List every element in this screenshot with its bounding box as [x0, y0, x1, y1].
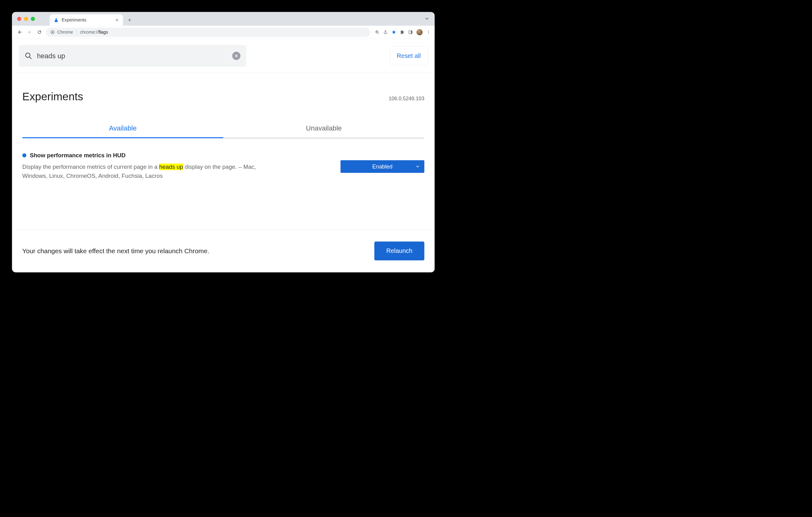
address-url: chrome://flags [80, 30, 108, 35]
reset-all-button[interactable]: Reset all [390, 47, 428, 65]
flag-description: Display the performance metrics of curre… [22, 162, 271, 180]
close-tab-icon[interactable] [115, 18, 119, 22]
back-button[interactable] [16, 29, 23, 35]
window-controls [17, 17, 35, 21]
relaunch-button[interactable]: Relaunch [374, 242, 424, 261]
content-area: Reset all Experiments 106.0.5249.103 Ava… [12, 39, 435, 272]
bookmark-star-icon[interactable] [392, 30, 396, 35]
flag-desc-highlight: heads up [159, 164, 183, 170]
zoom-icon[interactable] [375, 30, 380, 34]
address-divider [77, 30, 77, 35]
window-close-button[interactable] [17, 17, 21, 21]
extensions-icon[interactable] [400, 30, 404, 34]
browser-window: Experiments [12, 12, 435, 272]
relaunch-label: Relaunch [386, 247, 412, 254]
flags-tabs: Available Unavailable [22, 120, 424, 138]
flask-icon [54, 18, 59, 22]
tab-unavailable-label: Unavailable [306, 124, 342, 132]
search-row: Reset all [12, 39, 435, 73]
address-bar[interactable]: Chrome chrome://flags [46, 28, 370, 37]
toolbar-actions [375, 29, 431, 35]
kebab-menu-icon[interactable] [427, 30, 431, 34]
new-tab-button[interactable] [125, 16, 134, 24]
forward-button[interactable] [26, 29, 33, 35]
tab-strip: Experiments [12, 12, 435, 26]
browser-tab[interactable]: Experiments [50, 14, 123, 26]
relaunch-message: Your changes will take effect the next t… [22, 247, 209, 255]
flags-search[interactable] [19, 45, 246, 67]
address-label: Chrome [57, 30, 73, 35]
reload-button[interactable] [36, 29, 43, 35]
search-icon [25, 52, 32, 59]
flag-state-label: Enabled [372, 163, 393, 169]
window-minimize-button[interactable] [24, 17, 28, 21]
page-title: Experiments [22, 90, 83, 103]
relaunch-bar: Your changes will take effect the next t… [12, 229, 435, 272]
clear-search-button[interactable] [232, 52, 240, 60]
tab-overflow-icon[interactable] [424, 16, 430, 22]
site-info-icon[interactable] [51, 30, 55, 34]
flag-desc-before: Display the performance metrics of curre… [22, 164, 160, 170]
svg-point-8 [26, 53, 30, 57]
flag-title: Show performance metrics in HUD [22, 152, 330, 159]
flag-row: Show performance metrics in HUD Display … [22, 138, 424, 188]
changed-indicator-dot [22, 153, 26, 157]
address-scheme: chrome:// [80, 30, 99, 35]
flag-title-text: Show performance metrics in HUD [30, 152, 126, 159]
tab-unavailable[interactable]: Unavailable [223, 120, 424, 138]
chevron-down-icon [415, 164, 420, 169]
version-label: 106.0.5249.103 [388, 96, 424, 102]
window-zoom-button[interactable] [31, 17, 35, 21]
address-path: flags [99, 30, 108, 35]
svg-point-7 [428, 33, 429, 34]
svg-rect-4 [411, 31, 412, 34]
tab-title: Experiments [62, 18, 112, 23]
page-body: Experiments 106.0.5249.103 Available Una… [12, 73, 435, 229]
svg-point-5 [428, 31, 429, 31]
toolbar: Chrome chrome://flags [12, 26, 435, 39]
flag-state-select[interactable]: Enabled [340, 160, 424, 173]
flags-search-input[interactable] [37, 52, 228, 60]
profile-avatar[interactable] [416, 29, 423, 35]
tab-available-label: Available [109, 124, 137, 132]
side-panel-icon[interactable] [408, 30, 412, 34]
svg-point-1 [52, 31, 53, 33]
svg-point-6 [428, 32, 429, 32]
reset-all-label: Reset all [397, 52, 420, 59]
share-icon[interactable] [383, 30, 388, 34]
tab-available[interactable]: Available [22, 120, 224, 138]
